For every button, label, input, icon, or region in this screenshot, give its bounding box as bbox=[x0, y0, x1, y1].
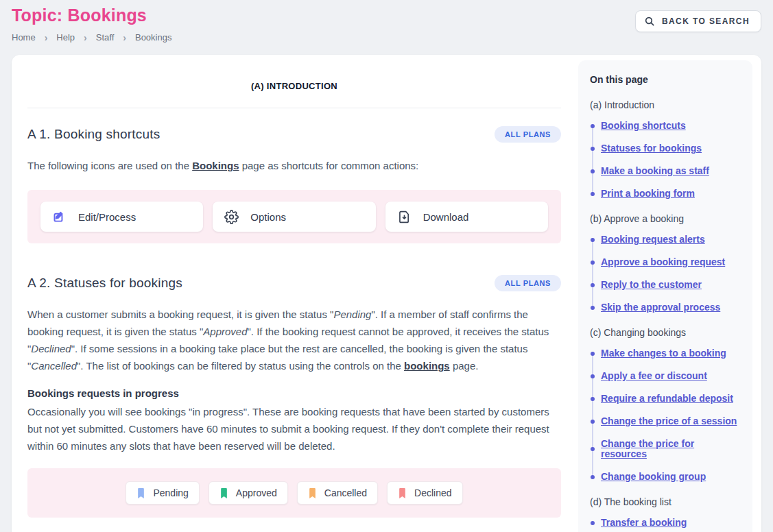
bookmark-icon bbox=[398, 487, 407, 499]
bullet-dot bbox=[591, 352, 595, 356]
status-chip-pending: Pending bbox=[126, 481, 199, 505]
toc-group-c-label: (c) Changing bookings bbox=[590, 327, 741, 338]
toc-link-booking-request-alerts[interactable]: Booking request alerts bbox=[601, 234, 705, 245]
toc-link-make-a-booking-as-staff[interactable]: Make a booking as staff bbox=[601, 166, 709, 176]
page-title: Topic: Bookings bbox=[12, 5, 147, 25]
bullet-dot bbox=[591, 374, 595, 378]
toc-link-skip-the-approval-process[interactable]: Skip the approval process bbox=[601, 302, 720, 313]
toc-link-make-changes-to-a-booking[interactable]: Make changes to a booking bbox=[601, 348, 726, 359]
back-to-search-button[interactable]: BACK TO SEARCH bbox=[635, 10, 761, 32]
bookings-page-link[interactable]: bookings bbox=[404, 360, 450, 372]
breadcrumb-staff[interactable]: Staff bbox=[96, 32, 115, 43]
toc-item: Approve a booking request bbox=[591, 257, 741, 267]
toc-link-transfer-a-booking[interactable]: Transfer a booking bbox=[601, 518, 687, 528]
bookmark-icon bbox=[308, 487, 317, 499]
bookings-page-link[interactable]: Bookings bbox=[192, 160, 239, 171]
toc-item: Change the price for resources bbox=[591, 439, 741, 459]
section-a2-header: A 2. Statuses for bookings ALL PLANS bbox=[27, 275, 561, 291]
bullet-dot bbox=[591, 420, 595, 424]
toc-item: Statuses for bookings bbox=[591, 143, 741, 154]
search-icon bbox=[644, 16, 655, 27]
toc-item: Require a refundable deposit bbox=[591, 394, 741, 404]
toc-item: Make changes to a booking bbox=[591, 348, 741, 359]
shortcut-row: Edit/Process Options bbox=[40, 202, 548, 232]
toc-link-approve-a-booking-request[interactable]: Approve a booking request bbox=[601, 257, 725, 267]
bullet-dot bbox=[591, 238, 595, 242]
section-a1-intro: The following icons are used on the Book… bbox=[27, 157, 561, 174]
toc-link-change-the-price-for-resources[interactable]: Change the price for resources bbox=[601, 439, 741, 459]
bullet-dot bbox=[591, 192, 595, 196]
toc-link-booking-shortcuts[interactable]: Booking shortcuts bbox=[601, 121, 686, 131]
toc-link-statuses-for-bookings[interactable]: Statuses for bookings bbox=[601, 143, 702, 154]
status-chip-row: Pending Approved Cancelled bbox=[40, 481, 548, 505]
shortcut-download: Download bbox=[385, 202, 548, 232]
toc-link-reply-to-the-customer[interactable]: Reply to the customer bbox=[601, 280, 702, 290]
bullet-dot bbox=[591, 521, 595, 525]
toc-item: Booking request alerts bbox=[591, 234, 741, 245]
toc-group-d-list: Transfer a booking bbox=[591, 518, 741, 528]
shortcut-label: Download bbox=[423, 211, 469, 223]
toc-item: Reply to the customer bbox=[591, 280, 741, 290]
in-progress-subheading: Bookings requests in progress bbox=[27, 387, 561, 399]
toc-link-change-booking-group[interactable]: Change booking group bbox=[601, 472, 706, 482]
status-chip-declined: Declined bbox=[387, 481, 462, 505]
bullet-dot bbox=[591, 397, 595, 401]
article-content: (A) INTRODUCTION A 1. Booking shortcuts … bbox=[27, 55, 561, 518]
status-declined-text: Declined bbox=[31, 343, 71, 354]
statuses-callout: Pending Approved Cancelled bbox=[27, 468, 561, 518]
bullet-dot bbox=[591, 475, 595, 479]
status-chip-label: Pending bbox=[153, 487, 188, 498]
status-chip-approved: Approved bbox=[209, 481, 288, 505]
gear-icon bbox=[224, 210, 239, 224]
all-plans-badge: ALL PLANS bbox=[495, 126, 561, 143]
status-cancelled-text: Cancelled bbox=[31, 360, 77, 372]
toc-group-b-label: (b) Approve a booking bbox=[590, 213, 741, 224]
shortcut-label: Edit/Process bbox=[78, 211, 136, 223]
intro-text: The following icons are used on the bbox=[27, 160, 192, 171]
main-content-card: (A) INTRODUCTION A 1. Booking shortcuts … bbox=[12, 55, 761, 532]
on-this-page-sidebar: On this page (a) Introduction Booking sh… bbox=[578, 60, 752, 532]
status-chip-label: Cancelled bbox=[324, 487, 367, 498]
toc-link-require-a-refundable-deposit[interactable]: Require a refundable deposit bbox=[601, 394, 733, 404]
bullet-dot bbox=[591, 283, 595, 287]
bullet-dot bbox=[591, 147, 595, 151]
bullet-dot bbox=[591, 447, 595, 451]
breadcrumb: Home › Help › Staff › Bookings bbox=[12, 32, 171, 43]
paragraph-text: When a customer submits a booking reques… bbox=[27, 309, 333, 320]
bookmark-icon bbox=[136, 487, 145, 499]
divider bbox=[27, 108, 561, 108]
toc-item: Change the price of a session bbox=[591, 416, 741, 426]
bullet-dot bbox=[591, 124, 595, 128]
status-approved-text: Approved bbox=[203, 326, 247, 337]
breadcrumb-home[interactable]: Home bbox=[12, 32, 36, 43]
bullet-dot bbox=[591, 306, 595, 310]
toc-link-apply-a-fee-or-discount[interactable]: Apply a fee or discount bbox=[601, 371, 707, 381]
bullet-dot bbox=[591, 169, 595, 173]
status-pending-text: Pending bbox=[333, 309, 371, 320]
shortcut-options: Options bbox=[213, 202, 375, 232]
section-a2-title: A 2. Statuses for bookings bbox=[27, 276, 182, 291]
sidebar-heading: On this page bbox=[590, 74, 741, 85]
toc-link-print-a-booking-form[interactable]: Print a booking form bbox=[601, 189, 695, 199]
statuses-paragraph: When a customer submits a booking reques… bbox=[27, 306, 561, 374]
chevron-right-icon: › bbox=[45, 31, 48, 43]
toc-item: Skip the approval process bbox=[591, 302, 741, 313]
toc-item: Make a booking as staff bbox=[591, 166, 741, 176]
section-group-heading: (A) INTRODUCTION bbox=[27, 81, 561, 91]
toc-item: Apply a fee or discount bbox=[591, 371, 741, 381]
intro-text: page as shortcuts for common actions: bbox=[239, 160, 419, 171]
toc-group-d-label: (d) The booking list bbox=[590, 496, 741, 507]
toc-item: Transfer a booking bbox=[591, 518, 741, 528]
breadcrumb-help[interactable]: Help bbox=[56, 32, 75, 43]
paragraph-text: ". The list of bookings can be filtered … bbox=[77, 360, 404, 372]
shortcut-edit-process: Edit/Process bbox=[40, 202, 203, 232]
status-chip-label: Approved bbox=[236, 487, 277, 498]
paragraph-text: page. bbox=[450, 360, 479, 372]
toc-link-change-the-price-of-a-session[interactable]: Change the price of a session bbox=[601, 416, 737, 426]
shortcuts-callout: Edit/Process Options bbox=[27, 190, 561, 243]
shortcut-label: Options bbox=[250, 211, 286, 223]
back-to-search-label: BACK TO SEARCH bbox=[662, 16, 750, 26]
in-progress-paragraph: Occasionally you will see bookings "in p… bbox=[27, 403, 561, 455]
section-a1-title: A 1. Booking shortcuts bbox=[27, 127, 160, 142]
toc-group-b-list: Booking request alerts Approve a booking… bbox=[591, 234, 741, 313]
